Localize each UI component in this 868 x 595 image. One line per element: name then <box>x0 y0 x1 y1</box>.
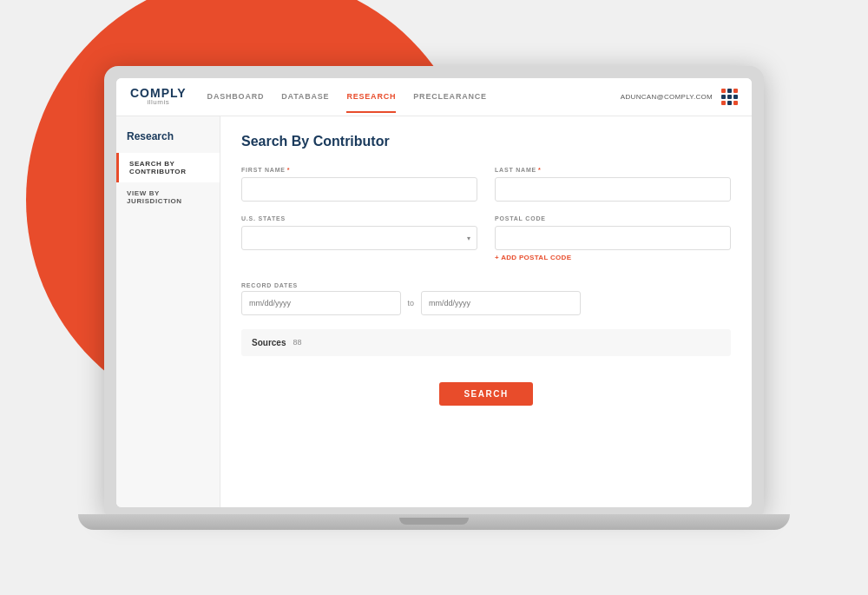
grid-dot-1 <box>721 89 726 93</box>
last-name-label: LAST NAME* <box>495 167 731 173</box>
grid-dot-6 <box>733 95 738 99</box>
sources-label: Sources <box>252 338 286 347</box>
state-postal-row: U.S. STATES ▾ POSTAL CODE + ADD <box>241 215 731 261</box>
sources-count: 88 <box>293 338 301 347</box>
apps-grid-icon[interactable] <box>721 89 738 105</box>
nav-dashboard[interactable]: DASHBOARD <box>207 80 265 113</box>
search-button-area: SEARCH <box>241 382 731 406</box>
required-star-last: * <box>538 167 542 173</box>
postal-code-input[interactable] <box>495 226 731 250</box>
main-nav: DASHBOARD DATABASE RESEARCH PRECLEARANCE <box>207 80 621 113</box>
laptop-wrapper: COMPLY illumis DASHBOARD DATABASE RESEAR… <box>78 66 790 530</box>
record-dates-label: RECORD DATES <box>241 282 298 288</box>
logo-comply: COMPLY <box>130 87 187 99</box>
last-name-group: LAST NAME* <box>495 167 731 202</box>
date-from-input[interactable] <box>241 291 401 315</box>
grid-dot-8 <box>727 101 732 105</box>
grid-dot-7 <box>721 101 726 105</box>
add-postal-code-link[interactable]: + ADD POSTAL CODE <box>495 254 731 261</box>
header-right: ADUNCAN@COMPLY.COM <box>621 89 738 105</box>
grid-dot-4 <box>721 95 726 99</box>
logo-illumis: illumis <box>130 99 187 106</box>
us-states-select-wrapper: ▾ <box>241 226 477 250</box>
app-header: COMPLY illumis DASHBOARD DATABASE RESEAR… <box>116 78 752 116</box>
sidebar-item-search-contributor[interactable]: SEARCH BY CONTRIBUTOR <box>116 153 220 182</box>
postal-code-group: POSTAL CODE + ADD POSTAL CODE <box>495 215 731 261</box>
required-star: * <box>287 167 291 173</box>
date-separator: to <box>408 299 415 307</box>
nav-preclearance[interactable]: PRECLEARANCE <box>413 80 487 113</box>
app-body: Research SEARCH BY CONTRIBUTOR VIEW BY J… <box>116 116 752 507</box>
sidebar-item-view-jurisdiction[interactable]: VIEW BY JURISDICTION <box>116 182 220 212</box>
user-email[interactable]: ADUNCAN@COMPLY.COM <box>621 93 713 101</box>
grid-dot-5 <box>727 95 732 99</box>
first-name-label: FIRST NAME* <box>241 167 477 173</box>
sidebar: Research SEARCH BY CONTRIBUTOR VIEW BY J… <box>116 116 220 507</box>
us-states-label: U.S. STATES <box>241 215 477 221</box>
us-states-select[interactable] <box>241 226 477 250</box>
laptop-screen: COMPLY illumis DASHBOARD DATABASE RESEAR… <box>104 66 764 514</box>
grid-dot-3 <box>733 89 738 93</box>
nav-research[interactable]: RESEARCH <box>346 80 396 113</box>
grid-dot-2 <box>727 89 732 93</box>
first-name-group: FIRST NAME* <box>241 167 477 202</box>
sources-section[interactable]: Sources 88 <box>241 329 731 356</box>
screen-inner: COMPLY illumis DASHBOARD DATABASE RESEAR… <box>116 78 752 507</box>
search-button[interactable]: SEARCH <box>439 382 532 406</box>
sidebar-title: Research <box>116 130 220 153</box>
record-dates-section: RECORD DATES to <box>241 275 731 315</box>
date-to-input[interactable] <box>421 291 581 315</box>
main-content: Search By Contributor FIRST NAME* LAST N… <box>220 116 752 507</box>
name-fields-row: FIRST NAME* LAST NAME* <box>241 167 731 202</box>
record-dates-row: to <box>241 291 731 315</box>
grid-dot-9 <box>733 101 738 105</box>
logo-area: COMPLY illumis <box>130 87 187 106</box>
first-name-input[interactable] <box>241 177 477 202</box>
page-title: Search By Contributor <box>241 134 731 149</box>
us-states-group: U.S. STATES ▾ <box>241 215 477 261</box>
last-name-input[interactable] <box>495 177 731 202</box>
laptop-base <box>78 514 790 530</box>
postal-code-label: POSTAL CODE <box>495 215 731 221</box>
nav-database[interactable]: DATABASE <box>281 80 329 113</box>
